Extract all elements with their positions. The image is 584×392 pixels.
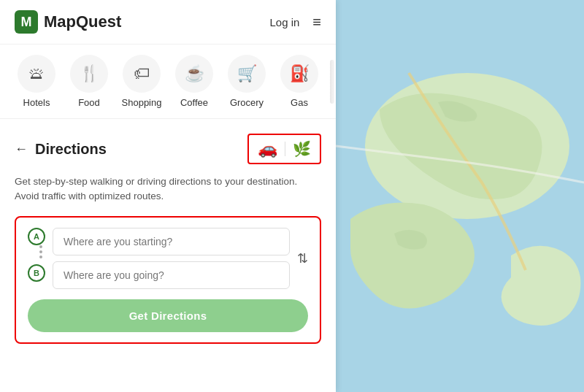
logo-area: M MapQuest	[15, 10, 121, 34]
waypoint-a-icon: A	[28, 228, 45, 245]
header-right: Log in ≡	[269, 14, 321, 31]
map-svg	[336, 0, 584, 392]
svg-text:M: M	[21, 15, 32, 29]
map-area	[336, 0, 584, 392]
main-content: ← Directions 🚗 🌿 Get step-by-step walkin…	[0, 119, 336, 392]
gas-label: Gas	[291, 97, 308, 108]
coffee-icon: ☕	[175, 55, 213, 93]
category-gas[interactable]: ⛽ Gas	[274, 55, 324, 108]
swap-button[interactable]: ⇅	[297, 250, 308, 266]
shopping-label: Shopping	[122, 97, 162, 108]
coffee-label: Coffee	[180, 97, 208, 108]
directions-description: Get step-by-step walking or driving dire…	[15, 174, 321, 204]
left-panel: M MapQuest Log in ≡ 🛎 Hotels 🍴 Food 🏷 Sh…	[0, 0, 336, 392]
hamburger-icon[interactable]: ≡	[312, 14, 321, 31]
mapquest-logo-icon: M	[15, 10, 38, 34]
food-icon: 🍴	[70, 55, 108, 93]
route-dots	[39, 245, 42, 258]
category-coffee[interactable]: ☕ Coffee	[169, 55, 219, 108]
login-button[interactable]: Log in	[269, 16, 299, 28]
scroll-indicator	[330, 60, 334, 104]
start-input[interactable]	[53, 228, 290, 255]
swap-area: ⇅	[297, 228, 308, 289]
transport-separator	[285, 142, 285, 156]
category-shopping[interactable]: 🏷 Shopping	[117, 55, 166, 108]
category-hotels[interactable]: 🛎 Hotels	[12, 55, 61, 108]
transport-mode-selector[interactable]: 🚗 🌿	[247, 134, 321, 164]
category-grocery[interactable]: 🛒 Grocery	[222, 55, 272, 108]
gas-icon: ⛽	[280, 55, 318, 93]
directions-header: ← Directions 🚗 🌿	[15, 134, 321, 164]
dot3	[39, 255, 42, 258]
end-input[interactable]	[53, 261, 290, 289]
back-button[interactable]: ←	[15, 142, 28, 157]
hotels-label: Hotels	[23, 97, 50, 108]
food-label: Food	[78, 97, 100, 108]
grocery-icon: 🛒	[228, 55, 266, 93]
grocery-label: Grocery	[230, 97, 264, 108]
waypoint-b-icon: B	[28, 264, 45, 282]
dot2	[39, 250, 42, 253]
hotels-icon: 🛎	[18, 55, 55, 93]
shopping-icon: 🏷	[123, 55, 161, 93]
category-bar: 🛎 Hotels 🍴 Food 🏷 Shopping ☕ Coffee 🛒 Gr…	[0, 45, 336, 119]
directions-title: Directions	[35, 141, 107, 158]
waypoints-column: A B	[28, 228, 45, 289]
inputs-column	[53, 228, 290, 289]
directions-form: A B ⇅ Get Directions	[15, 216, 321, 344]
header: M MapQuest Log in ≡	[0, 0, 336, 45]
get-directions-button[interactable]: Get Directions	[28, 299, 308, 332]
walk-mode-icon[interactable]: 🌿	[293, 140, 311, 158]
logo-text: MapQuest	[44, 12, 121, 31]
category-food[interactable]: 🍴 Food	[64, 55, 114, 108]
dot1	[39, 245, 42, 248]
directions-title-area: ← Directions	[15, 141, 107, 158]
car-mode-icon[interactable]: 🚗	[258, 139, 277, 158]
